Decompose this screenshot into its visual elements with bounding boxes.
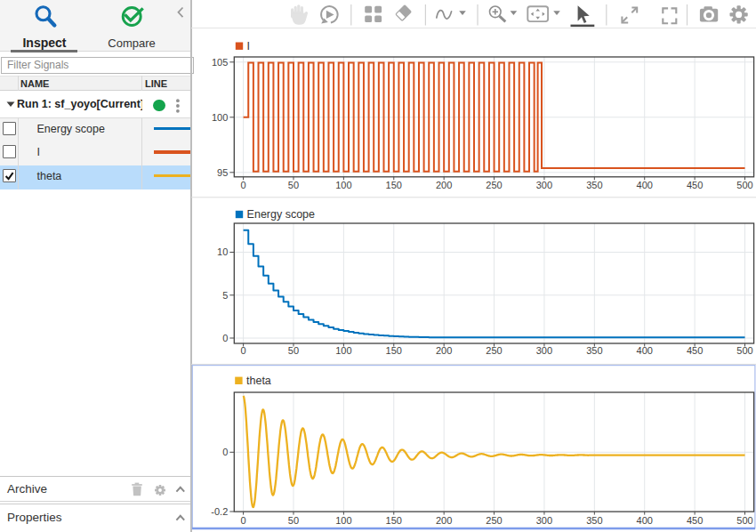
svg-text:400: 400: [637, 345, 653, 356]
svg-text:500: 500: [736, 180, 752, 190]
svg-text:100: 100: [335, 180, 351, 190]
svg-text:400: 400: [637, 180, 653, 190]
svg-text:I: I: [247, 40, 250, 52]
svg-text:300: 300: [536, 180, 552, 190]
svg-text:theta: theta: [246, 375, 271, 387]
svg-text:250: 250: [486, 345, 502, 356]
svg-text:10: 10: [217, 246, 228, 257]
svg-text:250: 250: [486, 515, 502, 526]
svg-text:0: 0: [241, 515, 246, 526]
svg-text:200: 200: [436, 345, 452, 356]
svg-text:350: 350: [586, 180, 602, 190]
svg-text:450: 450: [687, 345, 703, 356]
svg-text:50: 50: [288, 515, 299, 526]
svg-text:100: 100: [335, 345, 351, 356]
svg-text:200: 200: [436, 515, 452, 526]
svg-text:500: 500: [736, 345, 752, 356]
svg-text:150: 150: [386, 345, 402, 356]
svg-text:0: 0: [241, 345, 246, 356]
svg-text:150: 150: [386, 515, 402, 526]
svg-text:100: 100: [212, 112, 228, 123]
svg-text:250: 250: [486, 180, 502, 190]
svg-text:50: 50: [288, 180, 299, 190]
svg-text:150: 150: [386, 180, 402, 190]
svg-text:400: 400: [637, 515, 653, 526]
svg-text:500: 500: [736, 515, 752, 526]
svg-text:450: 450: [687, 515, 703, 526]
svg-text:0: 0: [241, 180, 246, 190]
svg-text:0: 0: [222, 447, 228, 457]
svg-text:95: 95: [217, 167, 228, 178]
svg-text:-0.2: -0.2: [211, 506, 228, 517]
svg-text:5: 5: [222, 290, 228, 301]
svg-text:300: 300: [536, 345, 552, 356]
svg-text:Energy scope: Energy scope: [247, 208, 315, 221]
svg-text:0: 0: [222, 333, 228, 343]
svg-text:350: 350: [586, 345, 602, 356]
svg-text:300: 300: [536, 515, 552, 526]
svg-text:50: 50: [288, 345, 299, 356]
svg-text:450: 450: [687, 180, 703, 190]
svg-text:200: 200: [436, 180, 452, 190]
svg-text:105: 105: [212, 57, 228, 68]
svg-text:350: 350: [586, 515, 602, 526]
svg-text:100: 100: [335, 515, 351, 526]
